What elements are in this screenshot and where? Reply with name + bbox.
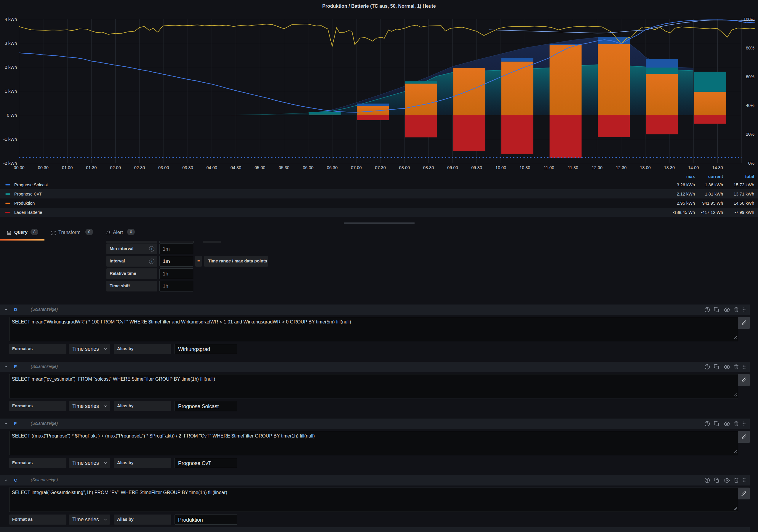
- svg-text:12:00: 12:00: [592, 165, 603, 170]
- svg-text:02:00: 02:00: [110, 165, 121, 170]
- svg-text:03:30: 03:30: [182, 165, 193, 170]
- svg-text:07:00: 07:00: [351, 165, 362, 170]
- svg-text:10:30: 10:30: [519, 165, 530, 170]
- svg-text:14:00: 14:00: [688, 165, 699, 170]
- svg-text:08:00: 08:00: [399, 165, 410, 170]
- svg-text:3 kWh: 3 kWh: [5, 41, 17, 46]
- svg-text:06:00: 06:00: [303, 165, 314, 170]
- svg-text:60%: 60%: [746, 74, 754, 79]
- svg-text:0 Wh: 0 Wh: [7, 113, 17, 117]
- svg-text:09:30: 09:30: [471, 165, 482, 170]
- svg-text:09:00: 09:00: [447, 165, 458, 170]
- svg-text:40%: 40%: [746, 103, 754, 108]
- svg-text:14:30: 14:30: [712, 165, 723, 170]
- svg-text:-2 kWh: -2 kWh: [3, 161, 17, 166]
- svg-text:01:30: 01:30: [86, 165, 97, 170]
- svg-text:1 kWh: 1 kWh: [5, 89, 17, 94]
- svg-text:13:00: 13:00: [640, 165, 651, 170]
- svg-text:-1 kWh: -1 kWh: [3, 137, 17, 142]
- svg-text:03:00: 03:00: [158, 165, 169, 170]
- svg-text:05:30: 05:30: [279, 165, 289, 170]
- svg-text:07:30: 07:30: [375, 165, 386, 170]
- svg-text:10:00: 10:00: [496, 165, 506, 170]
- svg-text:11:30: 11:30: [568, 165, 578, 170]
- svg-text:04:30: 04:30: [230, 165, 241, 170]
- svg-text:80%: 80%: [746, 46, 754, 50]
- svg-text:00:30: 00:30: [38, 165, 49, 170]
- svg-text:01:00: 01:00: [62, 165, 73, 170]
- svg-text:13:30: 13:30: [664, 165, 675, 170]
- svg-text:08:30: 08:30: [423, 165, 434, 170]
- svg-text:4 kWh: 4 kWh: [5, 17, 17, 22]
- svg-text:02:30: 02:30: [134, 165, 145, 170]
- svg-text:2 kWh: 2 kWh: [5, 65, 17, 70]
- svg-text:06:30: 06:30: [327, 165, 337, 170]
- svg-text:0%: 0%: [748, 161, 754, 166]
- svg-text:11:00: 11:00: [544, 165, 554, 170]
- svg-text:04:00: 04:00: [207, 165, 217, 170]
- svg-text:05:00: 05:00: [255, 165, 265, 170]
- svg-text:00:00: 00:00: [14, 165, 24, 170]
- svg-text:100%: 100%: [743, 17, 754, 22]
- svg-text:12:30: 12:30: [616, 165, 626, 170]
- svg-text:20%: 20%: [746, 132, 754, 137]
